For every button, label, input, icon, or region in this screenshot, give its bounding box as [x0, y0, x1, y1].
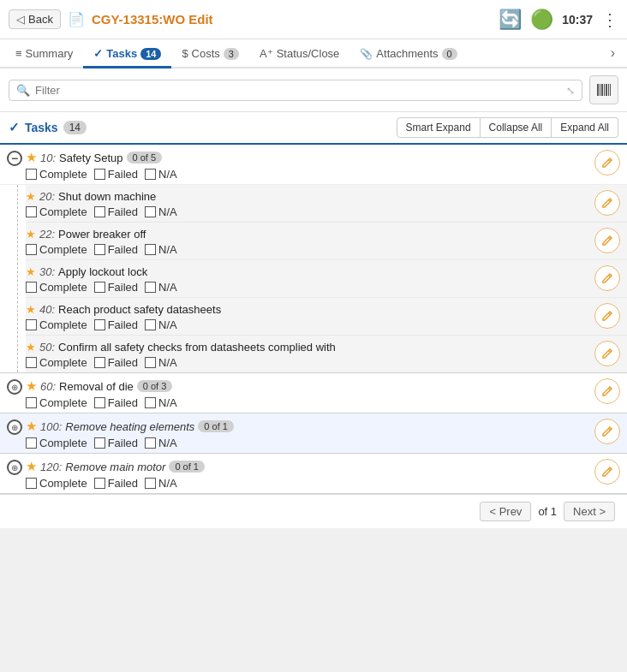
- task-edit-button-40[interactable]: [594, 303, 620, 329]
- tasks-section-icon: ✓: [9, 120, 20, 135]
- tab-summary[interactable]: ≡ Summary: [5, 41, 83, 68]
- checkbox-complete-10[interactable]: [26, 169, 37, 180]
- task-edit-button-50[interactable]: [594, 341, 620, 366]
- search-icon: 🔍: [16, 84, 30, 97]
- tasks-tab-icon: ✓: [93, 47, 103, 60]
- task-title-row-20: ★ 20: Shut down machine: [26, 190, 589, 203]
- expand-all-button[interactable]: Expand All: [552, 117, 618, 138]
- checkbox-failed-40[interactable]: [94, 319, 105, 330]
- checkbox-failed-10[interactable]: [94, 169, 105, 180]
- checkbox-complete-20[interactable]: [26, 206, 37, 217]
- status-icon[interactable]: 🟢: [530, 9, 553, 31]
- task-title-row-10: ★ 10: Safety Setup 0 of 5: [26, 150, 589, 165]
- task-title-row-50: ★ 50: Confirm all safety checks from dat…: [26, 341, 589, 354]
- star-icon-60: ★: [26, 378, 37, 394]
- task-edit-button-10[interactable]: [594, 150, 620, 175]
- checkbox-na-50[interactable]: [145, 357, 156, 368]
- checkbox-complete-22[interactable]: [26, 244, 37, 255]
- prev-page-button[interactable]: < Prev: [480, 502, 531, 521]
- tab-costs[interactable]: $ Costs 3: [171, 41, 249, 68]
- checkbox-na-120[interactable]: [145, 478, 156, 489]
- collapse-all-button[interactable]: Collapse All: [481, 117, 552, 138]
- star-icon-20: ★: [26, 190, 36, 203]
- checkbox-complete-40[interactable]: [26, 319, 37, 330]
- checkbox-na-20[interactable]: [145, 206, 156, 217]
- task-content-10: ★ 10: Safety Setup 0 of 5 Complete Faile…: [26, 150, 589, 181]
- filter-input[interactable]: [35, 84, 561, 97]
- more-options-button[interactable]: ⋮: [601, 9, 618, 30]
- task-number-30: 30:: [39, 265, 55, 278]
- subtask-badge-120: 0 of 1: [169, 461, 205, 473]
- subtask-badge-60: 0 of 3: [137, 380, 173, 392]
- app-header: ◁ Back 📄 CGY-13315:WO Edit 🔄 🟢 10:37 ⋮: [0, 0, 627, 39]
- task-toggle-60[interactable]: ⊕: [7, 379, 22, 395]
- summary-tab-icon: ≡: [15, 47, 22, 60]
- tabs-more-icon[interactable]: ›: [604, 39, 622, 67]
- task-content-30: ★ 30: Apply lockout lock Complete Failed…: [26, 265, 589, 294]
- tab-tasks[interactable]: ✓ Tasks 14: [83, 41, 171, 68]
- task-content-20: ★ 20: Shut down machine Complete Failed …: [26, 190, 589, 218]
- checkbox-complete-100[interactable]: [26, 437, 37, 449]
- task-number-50: 50:: [39, 341, 55, 354]
- checkbox-failed-100[interactable]: [94, 437, 105, 449]
- tab-status[interactable]: A⁺ Status/Close: [249, 41, 349, 68]
- task-checks-22: Complete Failed N/A: [26, 243, 589, 256]
- checkbox-failed-22[interactable]: [94, 244, 105, 255]
- svg-rect-2: [601, 84, 603, 96]
- task-row-left-60: ⊕ ★ 60: Removal of die 0 of 3 Complete F…: [7, 378, 589, 409]
- task-content-50: ★ 50: Confirm all safety checks from dat…: [26, 341, 589, 369]
- smart-expand-button[interactable]: Smart Expand: [397, 117, 481, 138]
- task-edit-button-120[interactable]: [594, 459, 620, 485]
- task-group-10: − ★ 10: Safety Setup 0 of 5 Complete: [0, 145, 627, 373]
- edit-icon: [601, 385, 613, 397]
- star-icon-40: ★: [26, 303, 36, 316]
- checkbox-failed-20[interactable]: [94, 206, 105, 217]
- edit-icon: [601, 425, 613, 437]
- task-toggle-100[interactable]: ⊕: [7, 419, 22, 435]
- task-row-left-20: ★ 20: Shut down machine Complete Failed …: [26, 190, 589, 218]
- pagination-bar: < Prev of 1 Next >: [0, 494, 627, 528]
- checkbox-complete-60[interactable]: [26, 397, 37, 408]
- checkbox-complete-50[interactable]: [26, 357, 37, 368]
- checkbox-failed-120[interactable]: [94, 478, 105, 489]
- table-row: ⊕ ★ 120: Remove main motor 0 of 1 Comple…: [0, 454, 627, 493]
- checkbox-complete-30[interactable]: [26, 282, 37, 293]
- checkbox-na-40[interactable]: [145, 319, 156, 330]
- checkbox-na-60[interactable]: [145, 397, 156, 408]
- task-toggle-120[interactable]: ⊕: [7, 460, 22, 475]
- task-edit-button-30[interactable]: [594, 265, 620, 291]
- checkbox-failed-50[interactable]: [94, 357, 105, 368]
- task-number-40: 40:: [39, 303, 55, 316]
- task-checks-60: Complete Failed N/A: [26, 396, 589, 409]
- checkbox-failed-60[interactable]: [94, 397, 105, 408]
- tab-attachments[interactable]: 📎 Attachments 0: [349, 41, 467, 68]
- task-number-120: 120:: [40, 461, 62, 473]
- back-button[interactable]: ◁ Back: [9, 9, 61, 29]
- checkbox-na-100[interactable]: [145, 437, 156, 449]
- edit-icon: [601, 157, 613, 169]
- tasks-section-label: Tasks: [25, 121, 58, 134]
- checkbox-na-22[interactable]: [145, 244, 156, 255]
- table-row: ★ 20: Shut down machine Complete Failed …: [26, 185, 627, 223]
- subtasks-indent-10: ★ 20: Shut down machine Complete Failed …: [0, 185, 627, 372]
- task-name-50: Confirm all safety checks from datasheet…: [58, 341, 336, 354]
- next-page-button[interactable]: Next >: [564, 502, 615, 521]
- checkbox-na-30[interactable]: [145, 282, 156, 293]
- table-row: − ★ 10: Safety Setup 0 of 5 Complete: [0, 145, 627, 185]
- star-icon: ★: [26, 150, 37, 165]
- checkbox-na-10[interactable]: [145, 169, 156, 180]
- refresh-icon[interactable]: 🔄: [499, 9, 522, 31]
- status-tab-label: Status/Close: [277, 47, 340, 60]
- task-edit-button-60[interactable]: [594, 378, 620, 404]
- na-label: N/A: [158, 205, 177, 218]
- checkbox-failed-30[interactable]: [94, 282, 105, 293]
- table-row: ⊕ ★ 100: Remove heating elements 0 of 1 …: [0, 413, 627, 453]
- task-edit-button-100[interactable]: [594, 419, 620, 444]
- page-icon: 📄: [68, 11, 85, 27]
- barcode-button[interactable]: [589, 75, 618, 104]
- task-edit-button-20[interactable]: [594, 190, 620, 216]
- task-toggle-10[interactable]: −: [7, 151, 22, 166]
- task-edit-button-22[interactable]: [594, 228, 620, 253]
- attachments-tab-icon: 📎: [360, 48, 373, 60]
- checkbox-complete-120[interactable]: [26, 478, 37, 489]
